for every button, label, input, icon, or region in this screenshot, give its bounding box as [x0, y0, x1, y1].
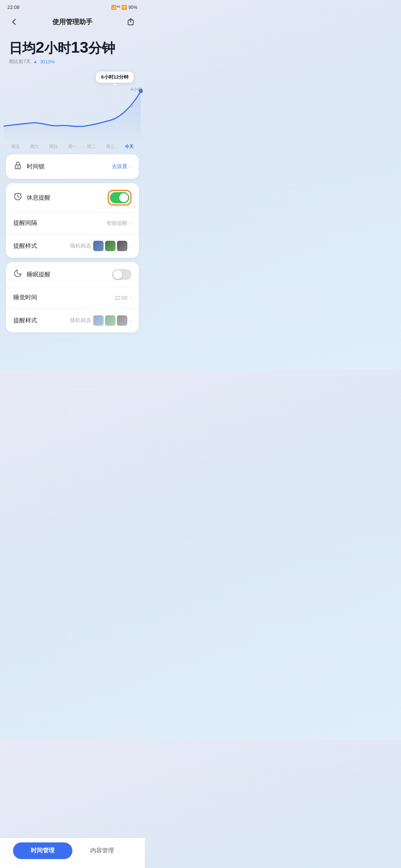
- sleep-reminder-style-left: 提醒样式: [13, 317, 37, 325]
- chart-x-axis: 周五 周六 周日 周一 周二 周三 今天: [0, 144, 145, 150]
- sleep-time-left: 睡觉时间: [13, 294, 37, 302]
- trend-percentage: 3010%: [40, 59, 55, 65]
- back-button[interactable]: [7, 15, 21, 29]
- compare-label: 相比前7天: [9, 58, 31, 65]
- time-lock-right: 去设置 ›: [112, 163, 131, 170]
- reminder-style-left: 提醒样式: [13, 242, 37, 250]
- avg-compare: 相比前7天 ▲ 3010%: [9, 58, 136, 65]
- time-display: 22:08: [7, 4, 20, 10]
- reminder-interval-chevron: ›: [130, 220, 131, 226]
- x-label-fri: 周五: [6, 144, 25, 150]
- sleep-toggle-thumb: [113, 270, 122, 279]
- thumb-1: [93, 241, 104, 251]
- rest-reminder-toggle-highlight: [108, 190, 131, 206]
- sleep-reminder-label: 睡眠提醒: [27, 271, 50, 279]
- page-title: 使用管理助手: [21, 17, 124, 26]
- reminder-interval-right: 智能提醒 ›: [107, 220, 131, 227]
- sleep-reminder-left: 睡眠提醒: [13, 269, 50, 280]
- reminder-style-value: 随机精选: [70, 243, 91, 249]
- sleep-reminder-card: 睡眠提醒 睡觉时间 22:00 › 提醒样式 随机精选: [6, 262, 139, 332]
- avg-usage-title: 日均2小时13分钟: [9, 39, 136, 56]
- x-label-mon: 周一: [63, 144, 82, 150]
- chart-tooltip: 6小时12分钟: [96, 72, 134, 83]
- rest-reminder-label: 休息提醒: [27, 194, 50, 202]
- rest-reminder-icon: [13, 192, 22, 203]
- sleep-time-label: 睡觉时间: [13, 294, 37, 302]
- x-label-wed: 周三: [101, 144, 120, 150]
- thumb-6: [117, 315, 127, 326]
- sleep-reminder-style-row[interactable]: 提醒样式 随机精选 ›: [6, 308, 139, 332]
- sleep-reminder-style-label: 提醒样式: [13, 317, 37, 325]
- reminder-style-label: 提醒样式: [13, 242, 37, 250]
- thumb-2: [105, 241, 115, 251]
- avg-minutes: 13: [71, 39, 88, 56]
- status-icons: 📶⁴⁶ 🛜 95%: [111, 5, 137, 10]
- reminder-interval-value: 智能提醒: [107, 220, 127, 227]
- time-lock-label: 时间锁: [27, 163, 45, 171]
- time-lock-icon: [13, 161, 22, 172]
- sleep-time-row[interactable]: 睡觉时间 22:00 ›: [6, 287, 139, 308]
- time-lock-action: 去设置: [112, 163, 127, 170]
- trend-arrow: ▲: [33, 59, 38, 64]
- x-label-today: 今天: [120, 144, 139, 150]
- reminder-style-thumbnails: [93, 241, 127, 251]
- sleep-time-right: 22:00 ›: [114, 295, 131, 301]
- sleep-icon: [13, 269, 22, 280]
- avg-prefix: 日均: [9, 40, 36, 56]
- avg-hours: 2: [36, 39, 44, 56]
- settings-cards: 时间锁 去设置 › 休息提醒: [0, 150, 145, 337]
- x-label-sun: 周日: [44, 144, 63, 150]
- reminder-interval-left: 提醒间隔: [13, 219, 37, 227]
- y-label-4h: 4小时: [130, 86, 142, 93]
- time-lock-left: 时间锁: [13, 161, 45, 172]
- thumb-5: [105, 315, 115, 326]
- sleep-reminder-toggle[interactable]: [112, 269, 131, 280]
- x-label-tue: 周二: [82, 144, 101, 150]
- time-lock-card: 时间锁 去设置 ›: [6, 154, 139, 179]
- share-button[interactable]: [124, 15, 137, 29]
- signal-icons: 📶⁴⁶ 🛜: [111, 5, 127, 10]
- y-label-0: 0: [130, 103, 142, 108]
- reminder-style-right: 随机精选 ›: [70, 241, 131, 251]
- rest-reminder-toggle[interactable]: [110, 192, 129, 203]
- reminder-interval-label: 提醒间隔: [13, 219, 37, 227]
- sleep-style-chevron: ›: [130, 318, 131, 323]
- sleep-reminder-style-value: 随机精选: [70, 317, 91, 324]
- thumb-4: [93, 315, 104, 326]
- avg-minute-label: 分钟: [88, 40, 115, 56]
- rest-reminder-left: 休息提醒: [13, 192, 50, 203]
- avg-hour-label: 小时: [44, 40, 71, 56]
- time-lock-chevron: ›: [130, 164, 131, 170]
- rest-reminder-card: 休息提醒 提醒间隔 智能提醒 › 提醒样式 随机精选: [6, 183, 139, 258]
- toggle-thumb: [119, 193, 128, 202]
- status-bar: 22:08 📶⁴⁶ 🛜 95%: [0, 0, 145, 12]
- reminder-style-row[interactable]: 提醒样式 随机精选 ›: [6, 234, 139, 258]
- battery-indicator: 95%: [128, 5, 137, 10]
- usage-chart: 6小时12分钟 4小时 0: [0, 68, 145, 142]
- sleep-reminder-row: 睡眠提醒: [6, 262, 139, 287]
- sleep-style-thumbnails: [93, 315, 127, 326]
- sleep-reminder-style-right: 随机精选 ›: [70, 315, 131, 326]
- avg-usage-section: 日均2小时13分钟 相比前7天 ▲ 3010%: [0, 33, 145, 68]
- chart-y-axis: 4小时 0: [130, 86, 142, 108]
- x-label-sat: 周六: [25, 144, 44, 150]
- chart-line: [0, 83, 145, 142]
- thumb-3: [117, 241, 127, 251]
- reminder-interval-row[interactable]: 提醒间隔 智能提醒 ›: [6, 212, 139, 234]
- app-header: 使用管理助手: [0, 12, 145, 33]
- sleep-time-chevron: ›: [130, 295, 131, 301]
- reminder-style-chevron: ›: [130, 243, 131, 249]
- rest-reminder-row: 休息提醒: [6, 183, 139, 212]
- sleep-time-value: 22:00: [114, 295, 127, 301]
- time-lock-row[interactable]: 时间锁 去设置 ›: [6, 154, 139, 179]
